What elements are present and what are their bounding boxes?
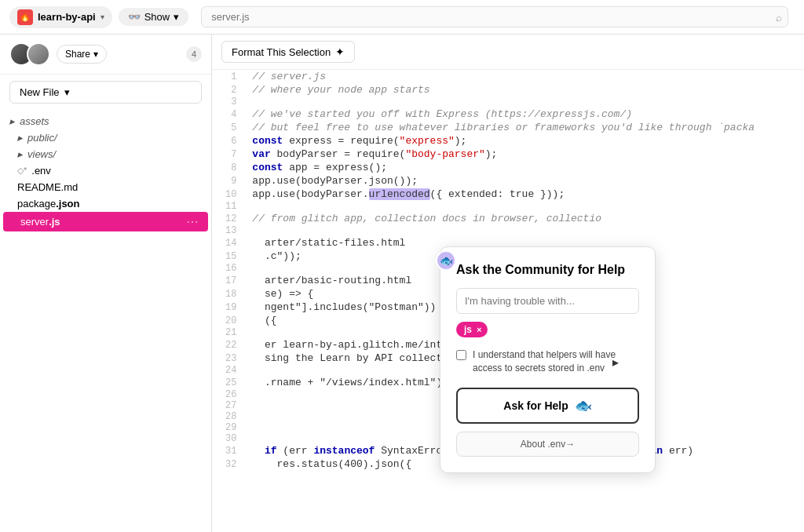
- js-tag: js ×: [456, 322, 488, 337]
- notification-badge[interactable]: 4: [186, 46, 202, 62]
- folder-chevron-icon: ▸: [17, 132, 23, 144]
- project-name: learn-by-api: [38, 11, 96, 23]
- project-badge[interactable]: 🔥 learn-by-api ▾: [9, 6, 112, 28]
- dialog-title: Ask the Community for Help: [456, 263, 639, 277]
- dialog-overlay: 🐟 Ask the Community for Help js × I unde…: [212, 35, 804, 532]
- fish-avatar-trigger[interactable]: 🐟: [436, 250, 456, 271]
- sidebar-item-serverjs[interactable]: server.js ⋯: [3, 212, 208, 231]
- about-env-button[interactable]: About .env→: [456, 432, 639, 457]
- sidebar-item-views[interactable]: ▸ views/: [0, 146, 211, 162]
- show-icon: 👓: [128, 11, 141, 23]
- sidebar-item-readme[interactable]: README.md: [0, 179, 211, 195]
- secrets-checkbox[interactable]: [456, 350, 466, 360]
- folder-chevron-icon: ▸: [9, 115, 15, 127]
- avatar-2: [27, 42, 50, 66]
- env-icon: ◇*: [17, 166, 27, 176]
- sidebar-item-assets[interactable]: ▸ assets: [0, 113, 211, 129]
- editor-area: Format This Selection ✦ 1 // server.js 2…: [212, 35, 804, 532]
- trouble-input[interactable]: [456, 288, 639, 314]
- project-chevron-icon: ▾: [100, 13, 104, 21]
- share-label: Share: [65, 49, 90, 60]
- sidebar-item-package[interactable]: package.json: [0, 195, 211, 212]
- sidebar: Share ▾ 4 New File ▾ ▸ assets ▸ public/ …: [0, 35, 212, 532]
- search-box: ⌕: [201, 6, 788, 27]
- ask-for-help-button[interactable]: Ask for Help 🐟: [456, 388, 639, 424]
- about-btn-label: About .env→: [521, 439, 575, 450]
- fish-icon: 🐟: [440, 254, 453, 267]
- show-label: Show: [144, 11, 170, 23]
- tag-label: js: [464, 324, 472, 335]
- new-file-label: New File: [20, 86, 60, 98]
- search-input[interactable]: [201, 6, 788, 27]
- project-icon: 🔥: [17, 9, 33, 25]
- ask-btn-fish-icon: 🐟: [575, 397, 592, 414]
- show-button[interactable]: 👓 Show ▾: [119, 8, 189, 26]
- ask-btn-label: Ask for Help: [503, 399, 568, 412]
- tag-close-button[interactable]: ×: [477, 325, 481, 334]
- ask-community-dialog: Ask the Community for Help js × I unders…: [440, 246, 656, 473]
- more-icon[interactable]: ⋯: [186, 214, 199, 229]
- checkbox-area: I understand that helpers will have acce…: [456, 348, 639, 375]
- new-file-chevron-icon: ▾: [64, 86, 70, 98]
- folder-chevron-icon: ▸: [17, 148, 23, 160]
- show-chevron-icon: ▾: [174, 11, 179, 23]
- search-icon: ⌕: [776, 11, 782, 23]
- avatar-group: [9, 42, 50, 66]
- sidebar-top: Share ▾ 4: [0, 35, 211, 75]
- share-chevron-icon: ▾: [93, 49, 98, 60]
- tag-area: js ×: [456, 322, 639, 337]
- share-button[interactable]: Share ▾: [57, 45, 107, 64]
- sidebar-item-env[interactable]: ◇* .env: [0, 162, 211, 179]
- checkbox-text: I understand that helpers will have acce…: [473, 348, 639, 375]
- sidebar-tree: ▸ assets ▸ public/ ▸ views/ ◇* .env READ…: [0, 110, 211, 532]
- main-layout: Share ▾ 4 New File ▾ ▸ assets ▸ public/ …: [0, 35, 804, 532]
- top-bar: 🔥 learn-by-api ▾ 👓 Show ▾ ⌕: [0, 0, 804, 35]
- sidebar-item-public[interactable]: ▸ public/: [0, 129, 211, 146]
- new-file-button[interactable]: New File ▾: [9, 81, 202, 104]
